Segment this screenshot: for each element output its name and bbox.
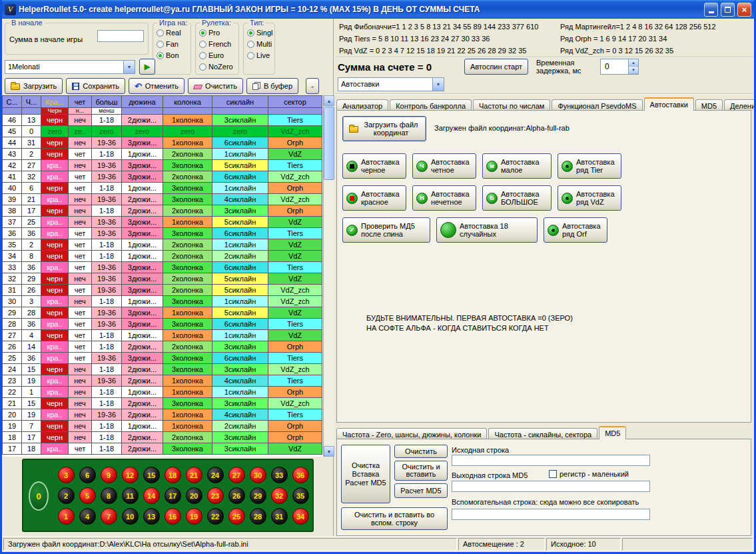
bottom-tab-Частота - сиклайны, сектора[interactable]: Частота - сиклайны, сектора <box>488 428 597 439</box>
title-bar[interactable]: V HelperRoullet 5.0- create helperroulle… <box>2 0 754 19</box>
table-row[interactable]: 2415черннеч1-182дюжи...3колонка3сиклайнV… <box>3 364 322 375</box>
board-number-26[interactable]: 26 <box>228 487 245 504</box>
autobet-black-bet-button[interactable]: Автоставка черное <box>342 153 406 179</box>
md5-clear-paste-button[interactable]: Очистить и вставить <box>394 461 448 481</box>
board-number-22[interactable]: 22 <box>207 508 224 525</box>
table-row[interactable]: 450zeroze..zerozerozerozeroVdZ_zch <box>3 126 322 137</box>
load-button[interactable]: Загрузить <box>5 78 63 94</box>
autobet-red-bet-button[interactable]: Автоставка красное <box>342 185 406 211</box>
board-number-29[interactable]: 29 <box>250 487 266 504</box>
md5-calc-button[interactable]: Расчет MD5 <box>394 483 448 498</box>
profile-combobox[interactable]: 1Melonati ▼ <box>5 60 135 74</box>
board-number-10[interactable]: 10 <box>122 508 139 525</box>
table-row[interactable]: 3725кра..неч19-363дюжи...1колонка5сиклай… <box>3 217 322 228</box>
board-number-35[interactable]: 35 <box>292 487 309 504</box>
autobet-even-bet-button[interactable]: ЧАвтоставка четное <box>412 153 476 179</box>
table-row[interactable]: 3817черннеч1-182дюжи...2колонка3сиклайнO… <box>3 205 322 217</box>
board-number-4[interactable]: 4 <box>79 508 96 525</box>
board-number-15[interactable]: 15 <box>143 467 160 483</box>
board-number-28[interactable]: 28 <box>250 508 266 525</box>
board-number-9[interactable]: 9 <box>101 467 117 483</box>
play-button[interactable]: ▶ <box>139 59 155 75</box>
board-number-34[interactable]: 34 <box>292 508 309 525</box>
table-row[interactable]: 2319кра..неч19-362дюжи...1колонка4сиклай… <box>3 375 322 387</box>
radio-option-real[interactable]: Real <box>157 29 181 37</box>
minimize-button[interactable] <box>704 3 718 17</box>
radio-option-bon[interactable]: Bon <box>157 51 181 59</box>
board-number-2[interactable]: 2 <box>58 487 75 504</box>
md5-big-button[interactable]: Очистка Вставка Расчет MD5 <box>341 445 390 503</box>
tab-Автоставки[interactable]: Автоставки <box>644 97 694 111</box>
board-number-7[interactable]: 7 <box>101 508 117 525</box>
load-coordinates-button[interactable]: Загрузить файл координат <box>342 116 426 141</box>
autobet-orf-bet-button[interactable]: Автоставка ряд Orf <box>544 217 607 243</box>
board-number-32[interactable]: 32 <box>271 487 288 504</box>
table-row[interactable]: 4132кра..чет19-363дюжи...2колонка6сиклай… <box>3 171 322 183</box>
scrollbar-thumb[interactable] <box>324 107 334 180</box>
radio-option-live[interactable]: Live <box>247 51 272 59</box>
board-number-21[interactable]: 21 <box>186 467 202 483</box>
autobet-tier-bet-button[interactable]: Автоставка ряд Tier <box>558 153 621 179</box>
board-number-24[interactable]: 24 <box>207 467 224 483</box>
board-number-17[interactable]: 17 <box>165 487 181 504</box>
tab-Делени[interactable]: Делени <box>724 99 756 111</box>
checkbox-icon[interactable] <box>549 470 557 478</box>
table-row[interactable]: 1718кра..чет1-182дюжи...3колонка3сиклайн… <box>3 443 322 455</box>
table-row[interactable]: 348чернчет1-181дюжи...2колонка2сиклайнVd… <box>3 251 322 262</box>
radio-option-singl[interactable]: Singl <box>247 29 272 37</box>
table-row[interactable]: 3636кра..чет19-363дюжи...3колонка6сиклай… <box>3 228 322 239</box>
scroll-up-icon[interactable]: ▲ <box>324 95 334 106</box>
close-button[interactable]: × <box>737 3 751 17</box>
board-number-16[interactable]: 16 <box>165 508 181 525</box>
table-row[interactable]: 432чернчет1-181дюжи...2колонка1сиклайнVd… <box>3 149 322 160</box>
board-number-20[interactable]: 20 <box>186 487 202 504</box>
table-row[interactable]: 2614кра..чет1-182дюжи...2колонка3сиклайн… <box>3 341 322 353</box>
autobet-random18-bet-button[interactable]: Автоставка 18 случайных <box>436 217 538 243</box>
tab-Частоты по числам[interactable]: Частоты по числам <box>473 99 550 111</box>
save-button[interactable]: Сохранить <box>66 78 125 94</box>
radio-option-nozero[interactable]: NoZero <box>199 63 233 71</box>
undo-button[interactable]: ↶Отменить <box>129 78 185 94</box>
board-number-30[interactable]: 30 <box>250 467 266 483</box>
board-number-18[interactable]: 18 <box>165 467 181 483</box>
board-number-1[interactable]: 1 <box>58 508 75 525</box>
copy-buffer-button[interactable]: В буфер <box>246 78 298 94</box>
table-row[interactable]: 2836кра..чет19-363дюжи...3колонка6сиклай… <box>3 319 322 330</box>
autospin-start-button[interactable]: Автоспин старт <box>464 59 528 75</box>
chevron-down-icon[interactable]: ▼ <box>123 61 135 73</box>
board-number-6[interactable]: 6 <box>79 467 96 483</box>
autobet-odd-bet-button[interactable]: НАвтоставка нечетное <box>412 185 476 211</box>
aux-string-input[interactable] <box>452 509 650 520</box>
md5-wide-button[interactable]: Очистить и вставить во вспом. строку <box>341 507 448 530</box>
maximize-button[interactable] <box>721 3 735 17</box>
autobet-combobox[interactable]: Автоставки ▼ <box>338 77 444 91</box>
radio-option-multi[interactable]: Multi <box>247 40 272 48</box>
table-row[interactable]: 1817черннеч1-182дюжи...2колонка3сиклайнO… <box>3 432 322 443</box>
source-string-input[interactable] <box>452 455 650 466</box>
table-row[interactable]: 4227кра..неч19-363дюжи...3колонка5сиклай… <box>3 160 322 171</box>
autobet-small-bet-button[interactable]: мАвтоставка малое <box>482 153 552 179</box>
radio-option-fan[interactable]: Fan <box>157 40 181 48</box>
table-row[interactable]: 352чернчет1-181дюжи...2колонка1сиклайнVd… <box>3 239 322 251</box>
table-row[interactable]: 2928чернчет19-363дюжи...1колонка5сиклайн… <box>3 307 322 319</box>
board-number-12[interactable]: 12 <box>122 467 139 483</box>
radio-option-euro[interactable]: Euro <box>199 51 233 59</box>
radio-option-pro[interactable]: Pro <box>199 29 233 37</box>
table-row[interactable]: 3229черннеч19-363дюжи...2колонка5сиклайн… <box>3 273 322 285</box>
clear-button[interactable]: Очистить <box>188 78 243 94</box>
table-row[interactable]: 197черннеч1-181дюжи...1колонка2сиклайнOr… <box>3 421 322 432</box>
autobet-big-bet-button[interactable]: БАвтоставка БОЛЬШОЕ <box>482 185 552 211</box>
scroll-down-icon[interactable]: ▼ <box>324 446 334 457</box>
board-number-14[interactable]: 14 <box>143 487 160 504</box>
board-zero[interactable]: 0 <box>29 481 49 511</box>
board-number-19[interactable]: 19 <box>186 508 202 525</box>
collapse-button[interactable]: - <box>306 78 319 94</box>
md5-clear-button[interactable]: Очистить <box>394 445 448 458</box>
board-number-13[interactable]: 13 <box>143 508 160 525</box>
tab-Контроль банкролла[interactable]: Контроль банкролла <box>390 99 472 111</box>
table-row[interactable]: 274чернчет1-181дюжи...1колонка1сиклайнVd… <box>3 330 322 341</box>
table-row[interactable]: 3921кра..неч19-362дюжи...3колонка4сиклай… <box>3 194 322 205</box>
board-number-25[interactable]: 25 <box>228 508 245 525</box>
radio-option-french[interactable]: French <box>199 40 233 48</box>
autobet-md5-check-button[interactable]: ✓Проверить МД5 после спина <box>342 217 430 243</box>
